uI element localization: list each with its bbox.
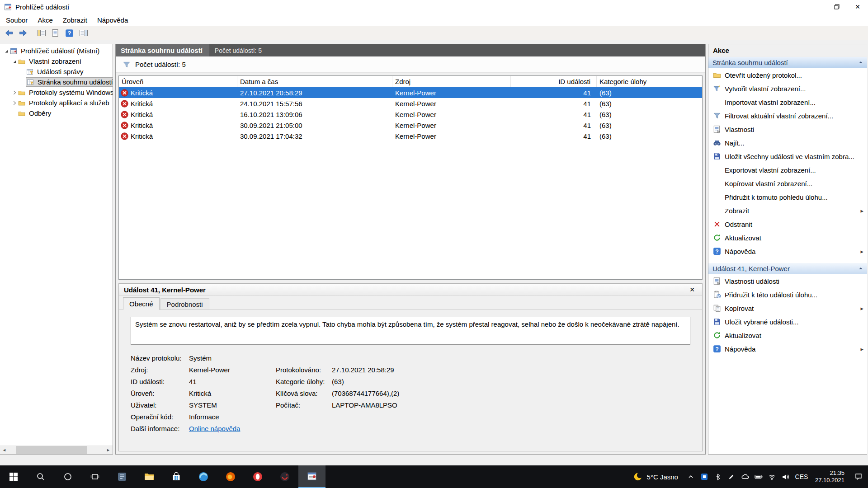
action-center-button[interactable]	[849, 465, 868, 488]
action-attach-task-view[interactable]: Přidružit k tomuto pohledu úlohu...	[708, 190, 867, 204]
pen-button[interactable]	[725, 465, 738, 488]
taskbar-clock[interactable]: 21:35 27.10.2021	[811, 465, 849, 488]
action-copy-event[interactable]: Kopírovat▸	[708, 301, 867, 315]
tray-expand-button[interactable]	[684, 465, 698, 488]
event-row-4[interactable]: Kritická 30.09.2021 17:04:32 Kernel-Powe…	[119, 131, 702, 141]
action-save-all-events[interactable]: Uložit všechny události ve vlastním zobr…	[708, 150, 867, 163]
taskbar-app-store[interactable]	[163, 465, 190, 488]
tray-app-button[interactable]	[698, 465, 711, 488]
taskbar-app-notes[interactable]	[108, 465, 136, 488]
tree-item-odbery[interactable]: Odběry	[0, 108, 113, 118]
create-view-icon	[713, 84, 721, 93]
event-row-2[interactable]: Kritická 16.10.2021 13:09:06 Kernel-Powe…	[119, 109, 702, 120]
action-open-saved-log[interactable]: Otevřít uložený protokol...	[708, 68, 867, 82]
event-row-1[interactable]: Kritická 24.10.2021 15:57:56 Kernel-Powe…	[119, 98, 702, 109]
action-event-properties[interactable]: Vlastnosti události	[708, 274, 867, 288]
cortana-button[interactable]	[54, 465, 81, 488]
help-toolbar-button[interactable]: ?	[63, 27, 75, 39]
taskbar-app-opera[interactable]	[244, 465, 271, 488]
action-help-event[interactable]: ?Nápověda▸	[708, 342, 867, 356]
action-section-header-event[interactable]: Událost 41, Kernel-Power	[708, 263, 867, 274]
tree-item-protokoly-systemu[interactable]: Protokoly systému Windows	[0, 87, 113, 98]
event-row-0[interactable]: Kritická 27.10.2021 20:58:29 Kernel-Powe…	[119, 87, 702, 98]
action-filter-current-view[interactable]: Filtrovat aktuální vlastní zobrazení...	[708, 109, 867, 122]
collapse-section-icon[interactable]	[856, 264, 865, 273]
action-refresh-event[interactable]: Aktualizovat	[708, 328, 867, 342]
action-find[interactable]: Najít...	[708, 136, 867, 150]
menu-soubor[interactable]: Soubor	[1, 14, 33, 26]
action-copy-custom-view[interactable]: Kopírovat vlastní zobrazení...	[708, 177, 867, 190]
scrollbar-track[interactable]	[9, 446, 104, 454]
action-delete[interactable]: Odstranit	[708, 217, 867, 231]
taskbar-app-media[interactable]	[271, 465, 298, 488]
language-indicator[interactable]: CES	[793, 465, 811, 488]
menu-zobrazit[interactable]: Zobrazit	[58, 14, 92, 26]
action-create-custom-view[interactable]: Vytvořit vlastní zobrazení...	[708, 82, 867, 95]
back-button[interactable]	[3, 27, 15, 39]
filter-icon	[123, 61, 131, 69]
action-save-selected-events[interactable]: Uložit vybrané události...	[708, 315, 867, 328]
column-header-id[interactable]: ID události	[511, 76, 597, 87]
weather-widget[interactable]: 5°C Jasno	[627, 465, 684, 488]
tab-obecne[interactable]: Obecné	[123, 297, 160, 310]
column-header-zdroj[interactable]: Zdroj	[392, 76, 511, 87]
source-cell: Kernel-Power	[392, 120, 511, 131]
bluetooth-button[interactable]	[711, 465, 725, 488]
collapse-section-icon[interactable]	[856, 58, 865, 67]
tree-item-stranka-souhrnu[interactable]: Stránka souhrnu událostí	[0, 77, 113, 87]
taskbar-app-edge[interactable]	[190, 465, 217, 488]
volume-button[interactable]	[779, 465, 793, 488]
view-title: Stránka souhrnu událostí	[116, 44, 209, 56]
action-view[interactable]: Zobrazit▸	[708, 204, 867, 217]
expanded-chevron-icon[interactable]	[11, 58, 18, 65]
action-properties[interactable]: Vlastnosti	[708, 122, 867, 136]
online-help-link[interactable]: Online nápověda	[189, 423, 276, 435]
taskbar-app-explorer[interactable]	[136, 465, 163, 488]
collapsed-chevron-icon[interactable]	[11, 99, 18, 107]
action-attach-task-event[interactable]: Přidružit k této události úlohu...	[708, 288, 867, 301]
action-pane-toggle-button[interactable]	[77, 27, 90, 39]
close-detail-icon[interactable]: ✕	[687, 285, 697, 294]
menu-napoveda[interactable]: Nápověda	[92, 14, 133, 26]
taskbar-app-firefox[interactable]	[217, 465, 244, 488]
column-header-uroven[interactable]: Úroveň	[119, 76, 237, 87]
tree-item-udalosti-spravy[interactable]: Události správy	[0, 66, 113, 77]
start-button[interactable]	[0, 465, 27, 488]
search-button[interactable]	[27, 465, 54, 488]
forward-button[interactable]	[17, 27, 29, 39]
onedrive-button[interactable]	[738, 465, 752, 488]
menu-akce[interactable]: Akce	[33, 14, 57, 26]
tree-item-protokoly-aplikaci[interactable]: Protokoly aplikací a služeb	[0, 98, 113, 108]
collapsed-chevron-icon[interactable]	[11, 89, 18, 96]
column-header-datum[interactable]: Datum a čas	[237, 76, 392, 87]
action-label: Odstranit	[725, 221, 752, 228]
close-button[interactable]: ✕	[847, 0, 868, 14]
minimize-button[interactable]	[806, 0, 826, 14]
battery-button[interactable]	[752, 465, 765, 488]
action-label: Exportovat vlastní zobrazení...	[725, 166, 816, 174]
restore-button[interactable]	[826, 0, 847, 14]
expanded-chevron-icon[interactable]	[3, 47, 10, 55]
tree-item-vlastni-zobrazeni[interactable]: Vlastní zobrazení	[0, 56, 113, 66]
action-export-custom-view[interactable]: Exportovat vlastní zobrazení...	[708, 163, 867, 177]
field-value: Informace	[189, 411, 276, 423]
scroll-right-icon[interactable]: ►	[104, 446, 113, 454]
export-list-button[interactable]	[49, 27, 61, 39]
column-header-kategorie[interactable]: Kategorie úlohy	[597, 76, 702, 87]
tree-item-label: Vlastní zobrazení	[28, 57, 83, 66]
event-row-3[interactable]: Kritická 30.09.2021 21:05:00 Kernel-Powe…	[119, 120, 702, 131]
action-help[interactable]: ?Nápověda▸	[708, 244, 867, 258]
tree-horizontal-scrollbar[interactable]: ◄ ►	[0, 446, 113, 454]
tab-podrobnosti[interactable]: Podrobnosti	[160, 298, 209, 310]
action-section-header-view[interactable]: Stránka souhrnu událostí	[708, 56, 867, 68]
action-import-custom-view[interactable]: Importovat vlastní zobrazení...	[708, 95, 867, 109]
wifi-button[interactable]	[765, 465, 779, 488]
event-viewer-icon	[10, 47, 17, 55]
tree-item-root[interactable]: Prohlížeč událostí (Místní)	[0, 46, 113, 56]
action-refresh[interactable]: Aktualizovat	[708, 231, 867, 244]
taskbar-app-event-viewer[interactable]	[298, 465, 326, 488]
scroll-left-icon[interactable]: ◄	[0, 446, 9, 454]
console-tree-toggle-button[interactable]	[35, 27, 47, 39]
task-view-button[interactable]	[81, 465, 108, 488]
scrollbar-thumb[interactable]	[16, 446, 87, 454]
